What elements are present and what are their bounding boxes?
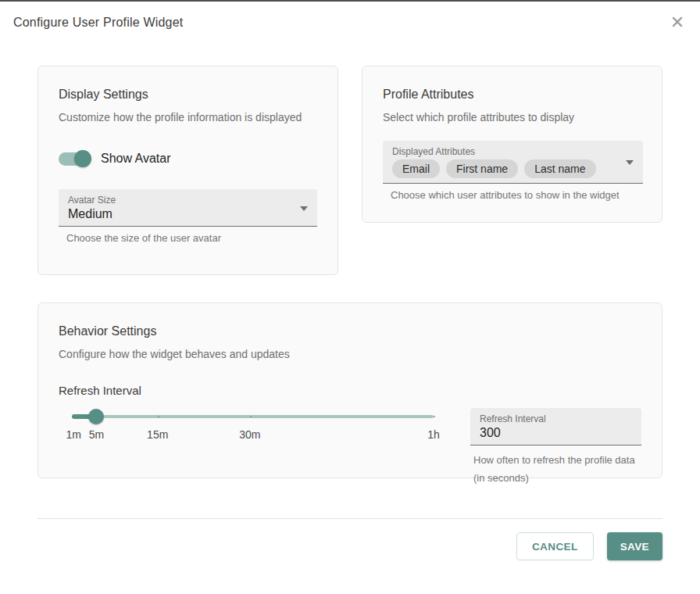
refresh-interval-helper: How often to refresh the profile data (i… bbox=[470, 452, 641, 488]
refresh-interval-heading: Refresh Interval bbox=[59, 384, 641, 397]
slider-mark-dot-30m bbox=[250, 416, 252, 417]
display-settings-subtitle: Customize how the profile information is… bbox=[59, 111, 317, 123]
slider-thumb[interactable] bbox=[88, 409, 104, 424]
refresh-input-col: Refresh Interval 300 How often to refres… bbox=[470, 408, 641, 488]
slider-label-1m[interactable]: 1m bbox=[66, 428, 81, 441]
attribute-chips: Email First name Last name bbox=[392, 159, 634, 178]
chevron-down-icon bbox=[300, 206, 308, 211]
avatar-size-helper: Choose the size of the user avatar bbox=[59, 232, 317, 244]
behavior-settings-title: Behavior Settings bbox=[59, 324, 641, 338]
avatar-size-value: Medium bbox=[68, 207, 308, 221]
displayed-attributes-helper: Choose which user attributes to show in … bbox=[383, 189, 643, 201]
chip-last-name[interactable]: Last name bbox=[524, 159, 595, 178]
refresh-interval-input-value: 300 bbox=[480, 426, 632, 440]
avatar-size-field-wrap: Avatar Size Medium Choose the size of th… bbox=[59, 189, 317, 244]
slider-label-5m[interactable]: 5m bbox=[89, 428, 104, 441]
behavior-settings-subtitle: Configure how the widget behaves and upd… bbox=[59, 348, 641, 360]
chip-first-name[interactable]: First name bbox=[446, 159, 518, 178]
refresh-interval-slider[interactable] bbox=[72, 408, 434, 425]
profile-attributes-title: Profile Attributes bbox=[383, 88, 641, 102]
avatar-size-select[interactable]: Avatar Size Medium bbox=[59, 189, 317, 227]
refresh-slider-col: 1m 5m 15m 30m 1h bbox=[59, 408, 446, 488]
close-icon[interactable]: ✕ bbox=[666, 11, 689, 34]
save-button[interactable]: SAVE bbox=[607, 532, 662, 560]
displayed-attributes-field-wrap: Displayed Attributes Email First name La… bbox=[383, 141, 643, 201]
chevron-down-icon bbox=[626, 160, 634, 165]
profile-attributes-card: Profile Attributes Select which profile … bbox=[362, 66, 662, 223]
display-settings-card: Display Settings Customize how the profi… bbox=[38, 66, 338, 275]
displayed-attributes-label: Displayed Attributes bbox=[392, 146, 634, 157]
slider-label-30m[interactable]: 30m bbox=[239, 428, 260, 441]
slider-mark-dot-15m bbox=[158, 416, 159, 417]
avatar-size-label: Avatar Size bbox=[68, 195, 308, 206]
behavior-row: 1m 5m 15m 30m 1h Refresh Interval 300 Ho… bbox=[59, 408, 641, 488]
slider-mark-dot-1h bbox=[434, 416, 435, 417]
toggle-thumb-icon bbox=[74, 150, 91, 167]
slider-mark-labels: 1m 5m 15m 30m 1h bbox=[72, 428, 434, 442]
slider-rail[interactable] bbox=[72, 415, 434, 418]
displayed-attributes-select[interactable]: Displayed Attributes Email First name La… bbox=[383, 141, 643, 184]
refresh-interval-input[interactable]: Refresh Interval 300 bbox=[470, 408, 641, 446]
profile-attributes-subtitle: Select which profile attributes to displ… bbox=[383, 111, 641, 123]
cancel-button[interactable]: CANCEL bbox=[516, 532, 594, 560]
slider-label-1h[interactable]: 1h bbox=[427, 428, 440, 441]
display-settings-title: Display Settings bbox=[59, 88, 317, 102]
footer-divider bbox=[38, 518, 662, 519]
show-avatar-row: Show Avatar bbox=[59, 150, 317, 167]
dialog-title: Configure User Profile Widget bbox=[13, 16, 183, 30]
refresh-interval-helper-line2: (in seconds) bbox=[473, 470, 641, 488]
chip-email[interactable]: Email bbox=[392, 159, 440, 178]
show-avatar-label: Show Avatar bbox=[101, 152, 171, 166]
refresh-interval-helper-line1: How often to refresh the profile data bbox=[473, 452, 641, 470]
window-top-edge bbox=[0, 0, 700, 2]
slider-label-15m[interactable]: 15m bbox=[147, 428, 168, 441]
behavior-settings-card: Behavior Settings Configure how the widg… bbox=[38, 302, 662, 478]
refresh-interval-input-label: Refresh Interval bbox=[480, 413, 632, 424]
show-avatar-toggle[interactable] bbox=[59, 150, 90, 167]
footer-actions: CANCEL SAVE bbox=[516, 532, 662, 560]
